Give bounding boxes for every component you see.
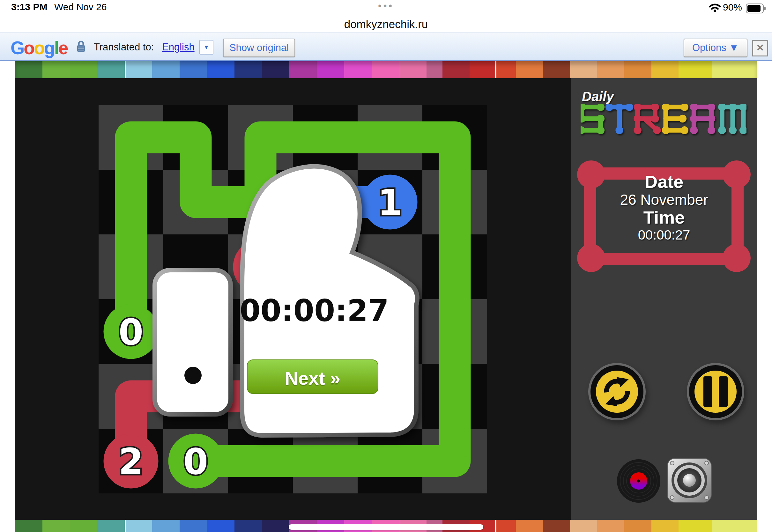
completion-timer: 00:00:27 [240, 293, 389, 328]
endpoint-number: 0 [119, 311, 144, 353]
options-button[interactable]: Options ▼ [684, 39, 747, 57]
puzzle-board-canvas[interactable]: 0021 00:00:27 Next » [15, 78, 571, 520]
next-button-label[interactable]: Next » [285, 368, 340, 388]
endpoint-number: 1 [378, 182, 403, 223]
brand-daily: Daily [582, 89, 614, 104]
box-corner-dot [577, 244, 605, 272]
status-bar: 3:13 PM Wed Nov 26 ••• 90% [0, 0, 772, 11]
stream-logo [581, 104, 746, 134]
thumb-cuff [155, 270, 231, 414]
translated-to-label: Translated to: [94, 41, 154, 53]
pause-bars-icon [694, 371, 737, 413]
sidebar: Daily Date 26 November Time 00:00:27 [571, 78, 757, 520]
date-time-box: Date 26 November Time 00:00:27 [584, 167, 744, 265]
padlock-icon [77, 41, 85, 54]
cuff-button-dot [184, 367, 202, 384]
endpoint-number: 2 [119, 441, 144, 482]
safari-page: 3:13 PM Wed Nov 26 ••• 90% domkyznechik.… [0, 0, 772, 532]
close-translate-bar-button[interactable]: ✕ [752, 40, 768, 56]
home-indicator[interactable] [289, 524, 483, 530]
time-value: 00:00:27 [590, 227, 738, 243]
next-button[interactable]: Next » [247, 360, 378, 394]
date-label: Date [590, 172, 738, 192]
date-value: 26 November [590, 192, 738, 208]
show-original-button[interactable]: Show original [223, 39, 295, 57]
language-dropdown-button[interactable]: ▼ [199, 40, 213, 55]
url-bar[interactable]: domkyznechik.ru [0, 10, 772, 33]
pencil-border-top [15, 61, 757, 78]
url-text[interactable]: domkyznechik.ru [0, 18, 772, 31]
time-label: Time [590, 208, 738, 227]
pause-button[interactable] [694, 371, 737, 413]
translate-bar: Google Translated to: English ▼ Show ori… [0, 33, 772, 61]
endpoint-number: 0 [183, 441, 208, 482]
puzzle-game-area: 0021 00:00:27 Next » [15, 78, 571, 520]
music-toggle-button[interactable] [616, 459, 661, 503]
box-corner-dot [723, 244, 751, 272]
restart-button[interactable] [596, 371, 638, 413]
language-link[interactable]: English [162, 41, 195, 53]
google-logo: Google [11, 37, 67, 58]
sound-toggle-button[interactable] [665, 456, 713, 504]
refresh-arrows-icon [596, 371, 638, 413]
vinyl-record-icon [616, 459, 661, 503]
speaker-icon [665, 456, 713, 504]
